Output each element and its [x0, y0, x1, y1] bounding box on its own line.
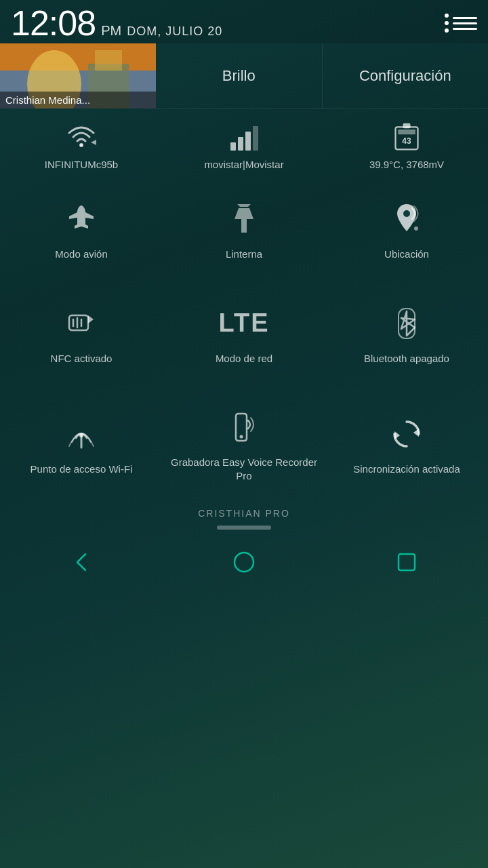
toggle-grid-row2: NFC activado LTE Modo de red Bluetooth a…: [0, 281, 488, 386]
date-display: DOM, JULIO 20: [127, 24, 222, 39]
back-icon: [69, 550, 94, 574]
toggle-grid-row3: Punto de acceso Wi-Fi Grabadora Easy Voi…: [0, 385, 488, 502]
recorder-label: Grabadora Easy Voice Recorder Pro: [169, 456, 319, 482]
user-label: CRISTHIAN PRO: [0, 502, 488, 521]
network-label: Modo de red: [216, 352, 272, 366]
svg-marker-30: [394, 431, 400, 439]
location-icon: [388, 200, 426, 238]
svg-point-18: [403, 210, 410, 217]
network-toggle[interactable]: LTE Modo de red: [163, 288, 325, 379]
nfc-label: NFC activado: [51, 352, 113, 366]
nfc-toggle[interactable]: NFC activado: [0, 288, 163, 379]
home-button[interactable]: [224, 542, 264, 583]
wifi-label: INFINITUMc95b: [45, 159, 118, 170]
flashlight-toggle[interactable]: Linterna: [163, 184, 325, 275]
airplane-label: Modo avión: [55, 248, 108, 261]
back-button[interactable]: [61, 542, 102, 583]
recents-icon: [394, 550, 419, 574]
svg-point-6: [79, 143, 83, 147]
location-toggle[interactable]: Ubicación: [325, 184, 488, 275]
svg-rect-14: [398, 130, 415, 134]
svg-rect-9: [238, 137, 243, 151]
svg-rect-8: [230, 142, 236, 151]
svg-marker-21: [88, 315, 94, 323]
svg-rect-10: [245, 132, 251, 151]
configuracion-button[interactable]: Configuración: [323, 43, 489, 108]
svg-point-19: [414, 226, 418, 231]
svg-marker-16: [235, 208, 253, 233]
sync-icon: [388, 415, 426, 453]
info-row: INFINITUMc95b movistar|Movistar 43 39.9°…: [0, 108, 488, 177]
nav-bar: [0, 531, 488, 591]
battery-label: 39.9°C, 3768mV: [369, 159, 444, 170]
lte-icon: LTE: [225, 304, 263, 342]
signal-label: movistar|Movistar: [204, 159, 283, 170]
battery-cell[interactable]: 43 39.9°C, 3768mV: [325, 122, 488, 170]
svg-rect-13: [403, 123, 411, 128]
bluetooth-toggle[interactable]: Bluetooth apagado: [325, 288, 488, 379]
svg-marker-29: [413, 429, 419, 437]
signal-cell[interactable]: movistar|Movistar: [163, 122, 325, 170]
svg-rect-32: [399, 554, 415, 570]
hotspot-label: Punto de acceso Wi-Fi: [30, 462, 133, 476]
home-icon: [232, 550, 256, 574]
svg-point-31: [235, 553, 253, 572]
recorder-icon: [225, 408, 263, 446]
flashlight-icon: [225, 200, 263, 238]
thumbnail-label: Cristhian Medina...: [0, 92, 156, 108]
lines-icon: [453, 17, 477, 30]
airplane-toggle[interactable]: Modo avión: [0, 184, 163, 275]
time-block: 12:08 PM DOM, JULIO 20: [11, 5, 222, 41]
svg-point-28: [240, 435, 243, 439]
svg-text:43: 43: [402, 136, 411, 146]
sync-label: Sincronización activada: [353, 462, 460, 476]
status-bar: 12:08 PM DOM, JULIO 20: [0, 0, 488, 43]
lte-text: LTE: [219, 309, 270, 338]
bluetooth-icon: [388, 304, 426, 342]
battery-icon: 43: [389, 122, 424, 152]
menu-button[interactable]: [445, 14, 477, 33]
wifi-icon: [64, 122, 99, 152]
signal-icon: [226, 122, 262, 152]
svg-rect-20: [69, 315, 88, 330]
handle-bar: [217, 526, 271, 530]
thumbnail[interactable]: Cristhian Medina...: [0, 43, 156, 108]
nav-handle: [0, 521, 488, 531]
time-display: 12:08: [11, 5, 96, 41]
svg-point-27: [79, 433, 83, 437]
sync-toggle[interactable]: Sincronización activada: [325, 392, 488, 496]
recents-button[interactable]: [386, 542, 427, 583]
brillo-button[interactable]: Brillo: [156, 43, 323, 108]
svg-marker-7: [91, 140, 96, 145]
svg-rect-5: [95, 50, 122, 71]
dots-icon: [445, 14, 449, 33]
hotspot-toggle[interactable]: Punto de acceso Wi-Fi: [0, 392, 163, 496]
svg-marker-17: [237, 204, 251, 207]
recorder-toggle[interactable]: Grabadora Easy Voice Recorder Pro: [163, 392, 325, 496]
ampm-display: PM: [101, 23, 121, 39]
nfc-icon: [62, 304, 100, 342]
wifi-cell[interactable]: INFINITUMc95b: [0, 122, 163, 170]
toggle-grid-row1: Modo avión Linterna Ubicaci: [0, 177, 488, 281]
airplane-icon: [62, 200, 100, 238]
top-row: Cristhian Medina... Brillo Configuración: [0, 43, 488, 108]
bluetooth-label: Bluetooth apagado: [364, 352, 449, 366]
svg-rect-11: [253, 126, 258, 151]
location-label: Ubicación: [384, 248, 429, 261]
hotspot-icon: [62, 415, 100, 453]
flashlight-label: Linterna: [226, 248, 262, 261]
